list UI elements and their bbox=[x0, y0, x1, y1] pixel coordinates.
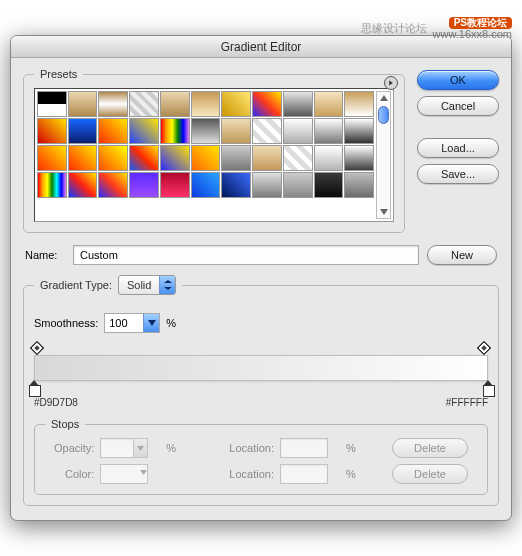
presets-legend: Presets bbox=[34, 68, 83, 80]
svg-marker-7 bbox=[140, 470, 147, 475]
preset-swatch[interactable] bbox=[191, 145, 221, 171]
preset-swatch[interactable] bbox=[344, 172, 374, 198]
presets-fieldset: Presets bbox=[23, 68, 405, 233]
presets-scrollbar[interactable] bbox=[376, 91, 391, 219]
gradient-bar[interactable] bbox=[34, 355, 488, 381]
preset-swatch[interactable] bbox=[252, 91, 282, 117]
color-stop-left-hex: #D9D7D8 bbox=[34, 397, 78, 408]
scrollbar-thumb[interactable] bbox=[378, 106, 389, 124]
preset-swatch[interactable] bbox=[68, 118, 98, 144]
preset-swatch[interactable] bbox=[314, 91, 344, 117]
preset-swatch[interactable] bbox=[37, 91, 67, 117]
preset-swatch[interactable] bbox=[252, 172, 282, 198]
preset-swatch[interactable] bbox=[129, 145, 159, 171]
stops-fieldset: Stops Opacity: % Location: % Delete Colo… bbox=[34, 418, 488, 495]
preset-swatch[interactable] bbox=[160, 91, 190, 117]
opacity-unit: % bbox=[166, 442, 180, 454]
preset-swatch[interactable] bbox=[37, 145, 67, 171]
gradient-type-label: Gradient Type: bbox=[40, 279, 112, 291]
dropdown-caret-icon bbox=[140, 465, 147, 483]
cancel-button[interactable]: Cancel bbox=[417, 96, 499, 116]
preset-swatch[interactable] bbox=[314, 145, 344, 171]
preset-swatch[interactable] bbox=[221, 91, 251, 117]
presets-flyout-button[interactable] bbox=[384, 76, 398, 90]
preset-swatch[interactable] bbox=[37, 118, 67, 144]
preset-swatch[interactable] bbox=[160, 172, 190, 198]
preset-swatch[interactable] bbox=[68, 172, 98, 198]
watermark-text: 思缘设计论坛 bbox=[361, 21, 427, 36]
smoothness-input[interactable] bbox=[104, 313, 160, 333]
color-location-input bbox=[280, 464, 328, 484]
opacity-stop-track[interactable] bbox=[34, 345, 488, 355]
color-location-label: Location: bbox=[220, 468, 274, 480]
scroll-down-icon[interactable] bbox=[377, 206, 390, 218]
svg-marker-0 bbox=[389, 81, 393, 86]
ok-button[interactable]: OK bbox=[417, 70, 499, 90]
svg-marker-1 bbox=[380, 95, 388, 101]
preset-swatch[interactable] bbox=[68, 91, 98, 117]
opacity-location-label: Location: bbox=[220, 442, 274, 454]
preset-swatch[interactable] bbox=[191, 172, 221, 198]
gradient-type-select[interactable]: Solid bbox=[118, 275, 176, 295]
preset-swatch[interactable] bbox=[191, 91, 221, 117]
opacity-stop-left[interactable] bbox=[32, 343, 43, 353]
preset-swatch[interactable] bbox=[129, 118, 159, 144]
preset-swatch[interactable] bbox=[129, 172, 159, 198]
dropdown-caret-icon bbox=[133, 439, 147, 457]
preset-swatch[interactable] bbox=[252, 145, 282, 171]
preset-swatch[interactable] bbox=[191, 118, 221, 144]
preset-swatch[interactable] bbox=[98, 172, 128, 198]
save-button[interactable]: Save... bbox=[417, 164, 499, 184]
preset-swatch[interactable] bbox=[160, 118, 190, 144]
preset-swatch[interactable] bbox=[314, 118, 344, 144]
load-button[interactable]: Load... bbox=[417, 138, 499, 158]
name-label: Name: bbox=[25, 249, 65, 261]
svg-marker-5 bbox=[148, 320, 156, 326]
color-stop-right-hex: #FFFFFF bbox=[446, 397, 488, 408]
color-stop-right[interactable] bbox=[483, 381, 493, 395]
preset-swatch[interactable] bbox=[98, 118, 128, 144]
preset-swatch[interactable] bbox=[344, 145, 374, 171]
location-unit: % bbox=[346, 442, 360, 454]
preset-swatch[interactable] bbox=[283, 145, 313, 171]
preset-swatch[interactable] bbox=[344, 118, 374, 144]
preset-swatch[interactable] bbox=[314, 172, 344, 198]
smoothness-label: Smoothness: bbox=[34, 317, 98, 329]
preset-swatch[interactable] bbox=[37, 172, 67, 198]
preset-swatch[interactable] bbox=[283, 118, 313, 144]
gradient-editor-window: Gradient Editor Presets bbox=[10, 35, 512, 521]
presets-grid[interactable] bbox=[37, 91, 374, 219]
color-stop-track[interactable] bbox=[34, 381, 488, 395]
scroll-up-icon[interactable] bbox=[377, 92, 390, 104]
preset-swatch[interactable] bbox=[283, 172, 313, 198]
preset-swatch[interactable] bbox=[221, 118, 251, 144]
gradient-type-value: Solid bbox=[119, 276, 159, 294]
opacity-stop-right[interactable] bbox=[479, 343, 490, 353]
name-input[interactable] bbox=[73, 245, 419, 265]
gradient-type-fieldset: Gradient Type: Solid Smoothness: % bbox=[23, 275, 499, 506]
preset-swatch[interactable] bbox=[98, 91, 128, 117]
preset-swatch[interactable] bbox=[98, 145, 128, 171]
preset-swatch[interactable] bbox=[129, 91, 159, 117]
preset-swatch[interactable] bbox=[221, 145, 251, 171]
opacity-input bbox=[100, 438, 148, 458]
preset-swatch[interactable] bbox=[221, 172, 251, 198]
scrollbar-track[interactable] bbox=[377, 126, 390, 206]
delete-opacity-stop-button: Delete bbox=[392, 438, 468, 458]
preset-swatch[interactable] bbox=[160, 145, 190, 171]
svg-marker-6 bbox=[137, 446, 144, 451]
opacity-location-input bbox=[280, 438, 328, 458]
preset-swatch[interactable] bbox=[252, 118, 282, 144]
new-button[interactable]: New bbox=[427, 245, 497, 265]
watermark-url: www.16xx8.com bbox=[433, 29, 512, 39]
smoothness-value[interactable] bbox=[105, 314, 143, 332]
preset-swatch[interactable] bbox=[68, 145, 98, 171]
color-well bbox=[100, 464, 148, 484]
preset-swatch[interactable] bbox=[283, 91, 313, 117]
dropdown-caret-icon bbox=[143, 314, 159, 332]
dropdown-caret-icon bbox=[159, 276, 175, 294]
window-title: Gradient Editor bbox=[221, 40, 302, 54]
preset-swatch[interactable] bbox=[344, 91, 374, 117]
location-unit: % bbox=[346, 468, 360, 480]
color-stop-left[interactable] bbox=[29, 381, 39, 395]
